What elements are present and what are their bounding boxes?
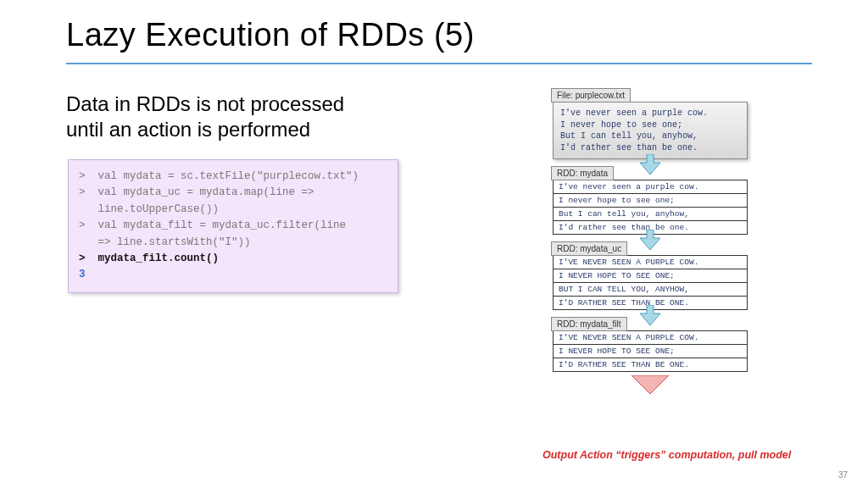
file-label: File: purplecow.txt — [551, 88, 631, 103]
code-line: > val mydata = sc.textFile("purplecow.tx… — [79, 169, 387, 185]
code-block: > val mydata = sc.textFile("purplecow.tx… — [68, 159, 398, 293]
rdd-row: BUT I CAN TELL YOU, ANYHOW, — [554, 283, 747, 297]
rdd-row: I NEVER HOPE TO SEE ONE; — [554, 269, 747, 283]
rdd-box-mydata: I've never seen a purple cow. I never ho… — [553, 180, 748, 235]
code-line: > val mydata_uc = mydata.map(line => — [79, 185, 387, 201]
caption-text: Output Action “triggers” computation, pu… — [542, 449, 791, 461]
file-line: I've never seen a purple cow. — [560, 108, 740, 119]
rdd-row: I NEVER HOPE TO SEE ONE; — [554, 345, 747, 358]
rdd-row: But I can tell you, anyhow, — [554, 208, 747, 221]
rdd-diagram: File: purplecow.txt I've never seen a pu… — [553, 86, 807, 397]
code-output: 3 — [79, 267, 387, 283]
subtitle-line-2: until an action is performed — [66, 118, 310, 141]
page-number: 37 — [838, 470, 848, 480]
subtitle-line-1: Data in RDDs is not processed — [66, 92, 344, 115]
rdd-row: I'D RATHER SEE THAN BE ONE. — [554, 358, 747, 371]
file-box: I've never seen a purple cow. I never ho… — [553, 102, 748, 159]
code-line: => line.startsWith("I")) — [79, 235, 387, 251]
file-line: I never hope to see one; — [560, 119, 740, 131]
output-arrow-icon — [553, 375, 748, 397]
code-line: line.toUpperCase()) — [79, 202, 387, 218]
slide-title: Lazy Execution of RDDs (5) — [66, 17, 475, 53]
file-line: But I can tell you, anyhow, — [560, 130, 740, 142]
rdd-row: I've never seen a purple cow. — [554, 180, 747, 194]
subtitle: Data in RDDs is not processed until an a… — [66, 92, 344, 142]
rdd-label: RDD: mydata — [551, 166, 614, 180]
title-rule — [66, 63, 812, 64]
code-line-active: > mydata_filt.count() — [79, 251, 387, 267]
rdd-row: I'VE NEVER SEEN A PURPLE COW. — [554, 331, 747, 345]
rdd-label: RDD: mydata_uc — [551, 241, 627, 256]
rdd-box-mydata-uc: I'VE NEVER SEEN A PURPLE COW. I NEVER HO… — [553, 255, 748, 310]
file-line: I'd rather see than be one. — [560, 142, 740, 154]
rdd-box-mydata-filt: I'VE NEVER SEEN A PURPLE COW. I NEVER HO… — [553, 330, 748, 372]
rdd-row: I'VE NEVER SEEN A PURPLE COW. — [554, 256, 747, 269]
code-line: > val mydata_filt = mydata_uc.filter(lin… — [79, 218, 387, 234]
rdd-label: RDD: mydata_filt — [551, 317, 627, 331]
rdd-row: I never hope to see one; — [554, 194, 747, 208]
